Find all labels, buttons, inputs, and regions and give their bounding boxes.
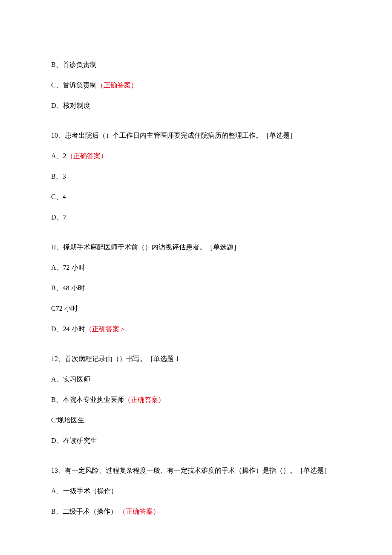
q11-option-d: D、24 小时（正确答案＞ xyxy=(51,324,341,334)
q12-option-b-text: B、本院本专业执业医师 xyxy=(51,396,124,403)
q12-option-d: D、在读研究生 xyxy=(51,436,341,446)
correct-answer-label: （正确答案） xyxy=(66,152,107,159)
q9-option-d: D、核对制度 xyxy=(51,101,341,111)
q13-option-a: A、一级手术（操作） xyxy=(51,486,341,496)
correct-answer-label: （正确答案＞ xyxy=(85,325,126,332)
q9-option-c-text: C、首诉负责制 xyxy=(51,81,97,89)
q12-option-b: B、本院本专业执业医师（正确答案） xyxy=(51,395,341,405)
q10-stem: 10、患者出院后（）个工作日内主管医师要完成住院病历的整理工作。［单选题］ xyxy=(51,130,341,141)
q12-option-a: A、实习医师 xyxy=(51,374,341,384)
q11-option-d-text: D、24 小时 xyxy=(51,325,85,332)
q10-option-d: D、7 xyxy=(51,212,341,223)
correct-answer-label: （正确答案） xyxy=(97,81,138,89)
q12-option-c: C'规培医生 xyxy=(51,415,341,425)
q11-option-b: B、48 小时 xyxy=(51,283,341,293)
q11-stem: H、择期手术麻醉医师于术前（）内访视评估患者。［单选题］ xyxy=(51,242,341,252)
q13-option-b: B、二级手术（操作） （正确答案） xyxy=(51,506,341,517)
q9-option-b: B、首诊负责制 xyxy=(51,60,341,70)
correct-answer-label: （正确答案） xyxy=(124,396,165,403)
q13-stem: 13、有一定风险、过程复杂程度一般、有一定技术难度的手术（操作）是指（）。［单选… xyxy=(51,465,341,476)
q13-option-b-text: B、二级手术（操作） xyxy=(51,508,117,515)
correct-answer-label: （正确答案） xyxy=(119,508,160,515)
q10-option-a-text: A、2 xyxy=(51,152,66,159)
q10-option-c: C、4 xyxy=(51,192,341,202)
q12-stem: 12、首次病程记录由（）书写。［单选题 1 xyxy=(51,354,341,364)
q11-option-a: A、72 小时 xyxy=(51,263,341,273)
q9-option-c: C、首诉负责制（正确答案） xyxy=(51,80,341,90)
q11-option-c: C72 小时 xyxy=(51,304,341,314)
q10-option-a: A、2（正确答案） xyxy=(51,151,341,161)
q10-option-b: B、3 xyxy=(51,171,341,182)
